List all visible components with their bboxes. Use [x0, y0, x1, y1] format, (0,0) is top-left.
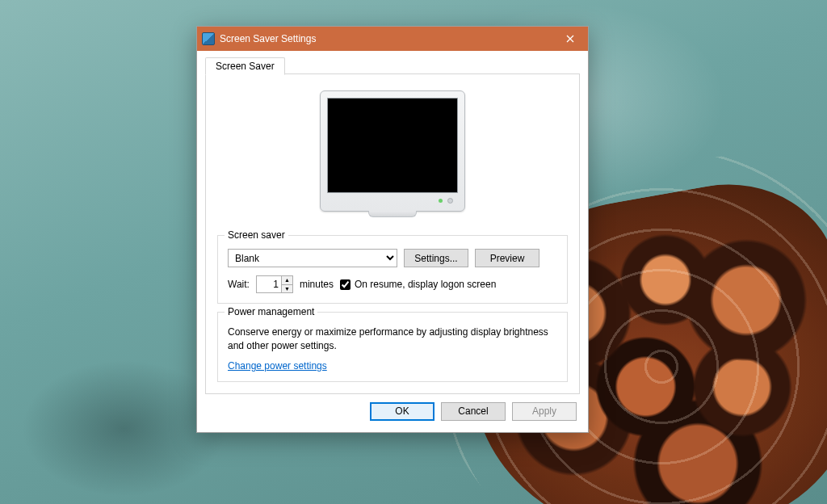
- change-power-settings-link[interactable]: Change power settings: [228, 360, 327, 372]
- dialog-action-row: OK Cancel Apply: [205, 394, 580, 424]
- group-power-management: Power management Conserve energy or maxi…: [217, 312, 568, 382]
- app-icon: [202, 32, 215, 45]
- group-legend: Screen saver: [225, 229, 288, 241]
- cancel-button[interactable]: Cancel: [441, 402, 506, 421]
- window-title: Screen Saver Settings: [220, 33, 552, 44]
- close-button[interactable]: [552, 27, 588, 51]
- screensaver-select[interactable]: Blank: [228, 249, 397, 267]
- on-resume-text: On resume, display logon screen: [355, 279, 496, 290]
- wait-minutes-input[interactable]: [257, 276, 281, 292]
- tab-label: Screen Saver: [216, 61, 275, 72]
- power-led-icon: [439, 199, 443, 203]
- monitor-stand: [368, 211, 417, 217]
- monitor-preview: [217, 86, 568, 227]
- on-resume-checkbox-label[interactable]: On resume, display logon screen: [340, 279, 496, 290]
- titlebar[interactable]: Screen Saver Settings: [197, 27, 588, 51]
- spin-up-button[interactable]: ▲: [282, 276, 292, 285]
- power-button-icon: [447, 198, 453, 204]
- wait-unit-label: minutes: [300, 279, 334, 290]
- on-resume-checkbox[interactable]: [340, 279, 351, 290]
- group-legend-power: Power management: [225, 306, 317, 317]
- monitor-screen: [327, 98, 458, 193]
- group-screen-saver: Screen saver Blank Settings... Preview W…: [217, 235, 568, 304]
- settings-button[interactable]: Settings...: [404, 249, 468, 267]
- apply-button[interactable]: Apply: [512, 402, 577, 421]
- wait-minutes-spinner[interactable]: ▲ ▼: [256, 275, 293, 293]
- preview-button[interactable]: Preview: [475, 249, 539, 267]
- close-icon: [566, 33, 574, 45]
- tab-panel: Screen saver Blank Settings... Preview W…: [205, 74, 580, 394]
- ok-button[interactable]: OK: [370, 402, 434, 421]
- spin-down-button[interactable]: ▼: [282, 285, 292, 293]
- screen-saver-settings-dialog: Screen Saver Settings Screen Saver: [196, 26, 589, 433]
- monitor-frame: [320, 90, 465, 212]
- tabstrip: Screen Saver: [205, 56, 580, 74]
- tab-screen-saver[interactable]: Screen Saver: [205, 57, 285, 75]
- wait-label: Wait:: [228, 279, 250, 290]
- power-description: Conserve energy or maximize performance …: [228, 326, 557, 354]
- monitor-chin: [327, 193, 458, 208]
